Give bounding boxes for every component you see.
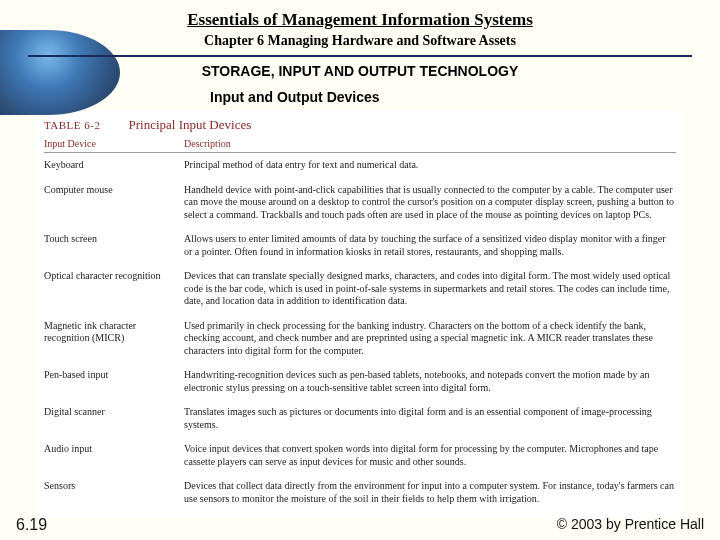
description-cell: Handwriting-recognition devices such as … (184, 369, 676, 394)
description-cell: Voice input devices that convert spoken … (184, 443, 676, 468)
description-cell: Translates images such as pictures or do… (184, 406, 676, 431)
col-header-description: Description (184, 138, 676, 149)
subsection-heading: Input and Output Devices (0, 89, 720, 105)
section-heading: STORAGE, INPUT AND OUTPUT TECHNOLOGY (0, 63, 720, 79)
description-cell: Allows users to enter limited amounts of… (184, 233, 676, 258)
device-cell: Computer mouse (44, 184, 184, 222)
table-row: SensorsDevices that collect data directl… (44, 474, 676, 511)
page-number: 6.19 (16, 516, 47, 534)
device-cell: Pen-based input (44, 369, 184, 394)
table-caption: TABLE 6-2 Principal Input Devices (44, 117, 676, 133)
col-header-device: Input Device (44, 138, 184, 149)
description-cell: Handheld device with point-and-click cap… (184, 184, 676, 222)
device-cell: Optical character recognition (44, 270, 184, 308)
table-row: Digital scannerTranslates images such as… (44, 400, 676, 437)
table-row: Computer mouseHandheld device with point… (44, 178, 676, 228)
chapter-title: Chapter 6 Managing Hardware and Software… (0, 33, 720, 49)
device-cell: Sensors (44, 480, 184, 505)
description-cell: Used primarily in check processing for t… (184, 320, 676, 358)
device-cell: Keyboard (44, 159, 184, 172)
slide-footer: 6.19 © 2003 by Prentice Hall (0, 516, 720, 534)
table-number: TABLE 6-2 (44, 119, 100, 131)
device-cell: Digital scanner (44, 406, 184, 431)
table-row: Pen-based inputHandwriting-recognition d… (44, 363, 676, 400)
device-cell: Touch screen (44, 233, 184, 258)
copyright: © 2003 by Prentice Hall (557, 516, 704, 534)
table-body: KeyboardPrincipal method of data entry f… (44, 153, 676, 511)
table-row: Touch screenAllows users to enter limite… (44, 227, 676, 264)
table-container: TABLE 6-2 Principal Input Devices Input … (36, 111, 684, 519)
table-row: KeyboardPrincipal method of data entry f… (44, 153, 676, 178)
device-cell: Magnetic ink character recognition (MICR… (44, 320, 184, 358)
table-row: Audio inputVoice input devices that conv… (44, 437, 676, 474)
book-title: Essentials of Management Information Sys… (0, 10, 720, 30)
device-cell: Audio input (44, 443, 184, 468)
slide-header: Essentials of Management Information Sys… (0, 0, 720, 105)
table-row: Magnetic ink character recognition (MICR… (44, 314, 676, 364)
table-row: Optical character recognitionDevices tha… (44, 264, 676, 314)
description-cell: Devices that can translate specially des… (184, 270, 676, 308)
table-header-row: Input Device Description (44, 137, 676, 153)
divider (28, 55, 692, 57)
table-title: Principal Input Devices (128, 117, 251, 133)
description-cell: Devices that collect data directly from … (184, 480, 676, 505)
description-cell: Principal method of data entry for text … (184, 159, 676, 172)
